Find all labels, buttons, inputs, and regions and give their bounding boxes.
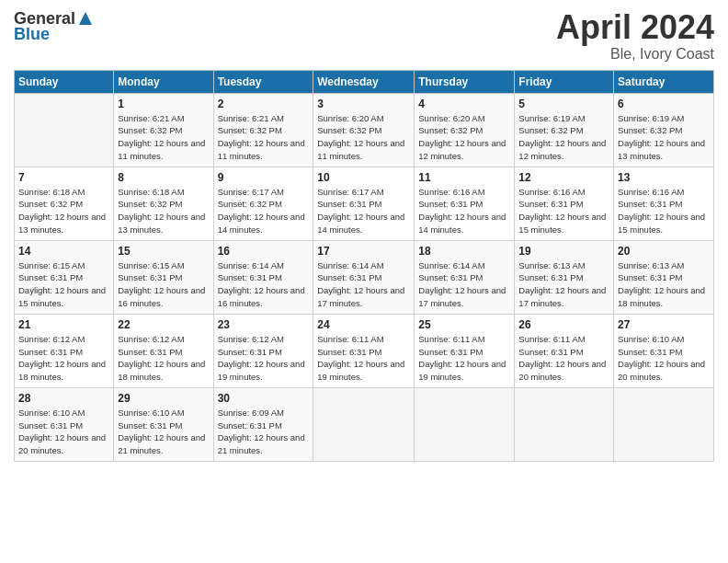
table-row [313, 387, 415, 461]
day-number: 23 [218, 318, 310, 331]
table-row: 15Sunrise: 6:15 AM Sunset: 6:31 PM Dayli… [114, 240, 213, 314]
table-row: 11Sunrise: 6:16 AM Sunset: 6:31 PM Dayli… [415, 167, 515, 240]
logo-triangle-icon [77, 10, 94, 27]
day-number: 18 [418, 245, 510, 258]
day-info: Sunrise: 6:13 AM Sunset: 6:31 PM Dayligh… [618, 259, 710, 310]
table-row: 27Sunrise: 6:10 AM Sunset: 6:31 PM Dayli… [614, 314, 714, 387]
day-number: 13 [618, 171, 710, 184]
calendar-week-row: 1Sunrise: 6:21 AM Sunset: 6:32 PM Daylig… [15, 93, 714, 167]
day-number: 11 [418, 171, 510, 184]
table-row [614, 387, 714, 461]
table-row: 24Sunrise: 6:11 AM Sunset: 6:31 PM Dayli… [313, 314, 415, 387]
day-info: Sunrise: 6:17 AM Sunset: 6:32 PM Dayligh… [218, 186, 310, 236]
calendar-week-row: 14Sunrise: 6:15 AM Sunset: 6:31 PM Dayli… [15, 240, 714, 314]
day-info: Sunrise: 6:15 AM Sunset: 6:31 PM Dayligh… [118, 259, 209, 310]
table-row: 28Sunrise: 6:10 AM Sunset: 6:31 PM Dayli… [15, 387, 114, 461]
day-info: Sunrise: 6:16 AM Sunset: 6:31 PM Dayligh… [618, 186, 710, 236]
day-info: Sunrise: 6:19 AM Sunset: 6:32 PM Dayligh… [518, 112, 609, 163]
day-info: Sunrise: 6:17 AM Sunset: 6:31 PM Dayligh… [317, 186, 410, 236]
day-number: 27 [618, 318, 710, 331]
table-row: 6Sunrise: 6:19 AM Sunset: 6:32 PM Daylig… [614, 93, 714, 167]
table-row: 22Sunrise: 6:12 AM Sunset: 6:31 PM Dayli… [114, 314, 213, 387]
day-info: Sunrise: 6:15 AM Sunset: 6:31 PM Dayligh… [18, 259, 109, 310]
table-row: 9Sunrise: 6:17 AM Sunset: 6:32 PM Daylig… [213, 167, 313, 240]
day-info: Sunrise: 6:12 AM Sunset: 6:31 PM Dayligh… [218, 333, 310, 384]
table-row [15, 93, 114, 167]
table-row: 20Sunrise: 6:13 AM Sunset: 6:31 PM Dayli… [614, 240, 714, 314]
calendar-week-row: 28Sunrise: 6:10 AM Sunset: 6:31 PM Dayli… [15, 387, 714, 461]
day-info: Sunrise: 6:21 AM Sunset: 6:32 PM Dayligh… [218, 112, 310, 163]
table-row: 2Sunrise: 6:21 AM Sunset: 6:32 PM Daylig… [213, 93, 313, 167]
table-row: 17Sunrise: 6:14 AM Sunset: 6:31 PM Dayli… [313, 240, 415, 314]
day-info: Sunrise: 6:10 AM Sunset: 6:31 PM Dayligh… [18, 407, 109, 457]
day-number: 2 [218, 98, 310, 110]
day-number: 9 [218, 171, 310, 184]
col-friday: Friday [515, 70, 614, 93]
day-info: Sunrise: 6:16 AM Sunset: 6:31 PM Dayligh… [518, 186, 609, 236]
day-number: 30 [218, 392, 310, 405]
day-number: 7 [18, 171, 109, 184]
logo-blue-text: Blue [14, 25, 50, 44]
day-info: Sunrise: 6:10 AM Sunset: 6:31 PM Dayligh… [118, 407, 209, 457]
day-number: 14 [18, 245, 109, 258]
table-row: 7Sunrise: 6:18 AM Sunset: 6:32 PM Daylig… [15, 167, 114, 240]
day-number: 21 [18, 318, 109, 331]
day-info: Sunrise: 6:10 AM Sunset: 6:31 PM Dayligh… [618, 333, 710, 384]
table-row: 14Sunrise: 6:15 AM Sunset: 6:31 PM Dayli… [15, 240, 114, 314]
table-row: 5Sunrise: 6:19 AM Sunset: 6:32 PM Daylig… [515, 93, 614, 167]
logo: General Blue [14, 9, 94, 44]
day-number: 16 [218, 245, 310, 258]
table-row: 13Sunrise: 6:16 AM Sunset: 6:31 PM Dayli… [614, 167, 714, 240]
table-row [415, 387, 515, 461]
day-info: Sunrise: 6:12 AM Sunset: 6:31 PM Dayligh… [18, 333, 109, 384]
day-info: Sunrise: 6:16 AM Sunset: 6:31 PM Dayligh… [418, 186, 510, 236]
calendar-location: Ble, Ivory Coast [556, 46, 714, 63]
day-number: 17 [317, 245, 410, 258]
day-number: 8 [118, 171, 209, 184]
calendar-week-row: 21Sunrise: 6:12 AM Sunset: 6:31 PM Dayli… [15, 314, 714, 387]
day-number: 12 [518, 171, 609, 184]
page-container: General Blue April 2024 Ble, Ivory Coast… [0, 0, 728, 471]
day-number: 24 [317, 318, 410, 331]
day-info: Sunrise: 6:20 AM Sunset: 6:32 PM Dayligh… [418, 112, 510, 163]
day-info: Sunrise: 6:11 AM Sunset: 6:31 PM Dayligh… [418, 333, 510, 384]
table-row: 4Sunrise: 6:20 AM Sunset: 6:32 PM Daylig… [415, 93, 515, 167]
day-info: Sunrise: 6:20 AM Sunset: 6:32 PM Dayligh… [317, 112, 410, 163]
day-info: Sunrise: 6:21 AM Sunset: 6:32 PM Dayligh… [118, 112, 209, 163]
calendar-week-row: 7Sunrise: 6:18 AM Sunset: 6:32 PM Daylig… [15, 167, 714, 240]
table-row: 23Sunrise: 6:12 AM Sunset: 6:31 PM Dayli… [213, 314, 313, 387]
day-number: 4 [418, 98, 510, 110]
calendar-table: Sunday Monday Tuesday Wednesday Thursday… [14, 70, 714, 462]
day-info: Sunrise: 6:19 AM Sunset: 6:32 PM Dayligh… [618, 112, 710, 163]
table-row: 3Sunrise: 6:20 AM Sunset: 6:32 PM Daylig… [313, 93, 415, 167]
table-row: 29Sunrise: 6:10 AM Sunset: 6:31 PM Dayli… [114, 387, 213, 461]
day-info: Sunrise: 6:11 AM Sunset: 6:31 PM Dayligh… [518, 333, 609, 384]
svg-marker-0 [79, 12, 92, 25]
table-row: 21Sunrise: 6:12 AM Sunset: 6:31 PM Dayli… [15, 314, 114, 387]
table-row: 8Sunrise: 6:18 AM Sunset: 6:32 PM Daylig… [114, 167, 213, 240]
day-info: Sunrise: 6:13 AM Sunset: 6:31 PM Dayligh… [518, 259, 609, 310]
table-row: 10Sunrise: 6:17 AM Sunset: 6:31 PM Dayli… [313, 167, 415, 240]
col-tuesday: Tuesday [213, 70, 313, 93]
day-number: 1 [118, 98, 209, 110]
day-number: 5 [518, 98, 609, 110]
day-number: 22 [118, 318, 209, 331]
col-thursday: Thursday [415, 70, 515, 93]
table-row: 30Sunrise: 6:09 AM Sunset: 6:31 PM Dayli… [213, 387, 313, 461]
table-row: 19Sunrise: 6:13 AM Sunset: 6:31 PM Dayli… [515, 240, 614, 314]
col-monday: Monday [114, 70, 213, 93]
day-info: Sunrise: 6:14 AM Sunset: 6:31 PM Dayligh… [218, 259, 310, 310]
col-wednesday: Wednesday [313, 70, 415, 93]
day-info: Sunrise: 6:18 AM Sunset: 6:32 PM Dayligh… [18, 186, 109, 236]
table-row: 26Sunrise: 6:11 AM Sunset: 6:31 PM Dayli… [515, 314, 614, 387]
page-header: General Blue April 2024 Ble, Ivory Coast [14, 9, 714, 63]
day-number: 6 [618, 98, 710, 110]
day-number: 3 [317, 98, 410, 110]
day-info: Sunrise: 6:14 AM Sunset: 6:31 PM Dayligh… [317, 259, 410, 310]
day-number: 10 [317, 171, 410, 184]
title-block: April 2024 Ble, Ivory Coast [556, 9, 714, 63]
calendar-header-row: Sunday Monday Tuesday Wednesday Thursday… [15, 70, 714, 93]
table-row: 12Sunrise: 6:16 AM Sunset: 6:31 PM Dayli… [515, 167, 614, 240]
day-number: 20 [618, 245, 710, 258]
day-number: 15 [118, 245, 209, 258]
